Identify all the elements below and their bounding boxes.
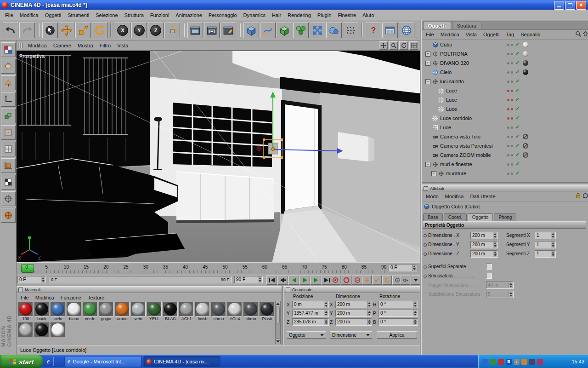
material-100[interactable]: 100 <box>18 302 33 322</box>
attributes-title[interactable]: Attributi <box>422 185 588 191</box>
display-mode-button[interactable] <box>1 208 16 223</box>
lock-x-button[interactable]: X <box>115 23 130 38</box>
spinner[interactable] <box>551 242 555 248</box>
object-row-luce-corridoio-8[interactable]: +Luce corridoio✓ <box>422 114 588 123</box>
viewport-menu-grip[interactable] <box>18 43 23 48</box>
object-label[interactable]: Camera vista Toio <box>440 134 481 139</box>
spinner[interactable] <box>551 232 555 239</box>
visibility-editor-dot[interactable] <box>507 71 509 74</box>
scale-tool-button[interactable] <box>75 23 91 38</box>
spinner[interactable] <box>413 319 418 325</box>
home-icon[interactable] <box>582 31 588 37</box>
attr-tab-coord[interactable]: Coord. <box>444 213 467 221</box>
antivirus-icon[interactable] <box>498 359 504 365</box>
menu-selezione[interactable]: Selezione <box>92 12 121 19</box>
keyframe-selection-button[interactable] <box>401 276 410 285</box>
enabled-check[interactable]: ✓ <box>515 133 520 139</box>
attributes-menu-dati-utente[interactable]: Dati Utente <box>467 193 499 200</box>
spinner[interactable] <box>367 301 372 308</box>
fillet-checkbox[interactable] <box>486 273 492 279</box>
maximize-button[interactable] <box>565 1 575 10</box>
texture-mode-button[interactable] <box>1 175 16 190</box>
visibility-editor-dot[interactable] <box>507 90 509 92</box>
material-blac[interactable]: BLAC <box>163 302 178 322</box>
next-frame-button[interactable] <box>311 276 321 285</box>
object-row-muri-e-finestre-13[interactable]: -muri e finestre✓ <box>422 160 588 169</box>
texture-tag-icon[interactable] <box>523 42 528 47</box>
rotation-p-field[interactable]: 0 ° <box>379 310 418 317</box>
lock-icon[interactable] <box>575 193 581 199</box>
visibility-render-dot[interactable] <box>511 126 513 129</box>
object-label[interactable]: Luce <box>446 97 457 103</box>
attr-segments-x-field[interactable]: 1 <box>535 232 556 239</box>
visibility-editor-dot[interactable] <box>507 99 509 101</box>
object-label[interactable]: Cubo <box>440 42 452 47</box>
visibility-render-dot[interactable] <box>511 172 513 175</box>
dimension-x-field[interactable]: 200 m <box>335 301 372 308</box>
timeline-ruler[interactable]: 051015202530354045505560657075808590 0 F <box>17 262 420 274</box>
dimension-y-field[interactable]: 200 m <box>335 310 372 317</box>
dimension-z-field[interactable]: 200 m <box>335 318 372 326</box>
spinner[interactable] <box>367 319 372 325</box>
enabled-check[interactable]: ✓ <box>515 161 520 167</box>
expand-toggle[interactable]: + <box>425 61 430 66</box>
material-verde[interactable]: verde <box>83 302 97 322</box>
separate-surfaces-checkbox[interactable] <box>486 264 492 270</box>
enabled-check[interactable]: ✓ <box>515 41 520 47</box>
viewport-camera-label[interactable]: Prospettiva <box>19 53 45 59</box>
material-thumb-2-2[interactable] <box>51 322 65 342</box>
material-sphere[interactable] <box>163 302 178 316</box>
selection-filter-button[interactable] <box>1 191 16 206</box>
visibility-editor-dot[interactable] <box>507 126 509 129</box>
object-label[interactable]: Luce corridoio <box>440 115 472 121</box>
preview-range-slider[interactable]: 0 F 90 F <box>49 276 232 283</box>
materials-menu-modifica[interactable]: Modifica <box>32 294 57 301</box>
visibility-editor-dot[interactable] <box>507 145 509 147</box>
rotate-tool-button[interactable] <box>92 23 107 38</box>
render-view-button[interactable] <box>187 23 203 38</box>
visibility-editor-dot[interactable] <box>507 117 509 120</box>
material-finish[interactable]: finish <box>195 302 210 322</box>
scroll-up-arrow[interactable] <box>276 301 280 306</box>
visibility-render-dot[interactable] <box>511 53 513 55</box>
spinner[interactable] <box>493 242 498 248</box>
keyframe-circle[interactable] <box>424 275 427 278</box>
bluetooth-icon[interactable]: B <box>506 359 512 365</box>
visibility-render-dot[interactable] <box>511 117 513 120</box>
visibility-editor-dot[interactable] <box>507 80 509 83</box>
add-spline-button[interactable] <box>260 23 276 38</box>
material-sphere[interactable] <box>243 302 258 316</box>
material-thumb-2-0[interactable] <box>18 322 33 342</box>
attributes-menu-modo[interactable]: Modo <box>423 193 442 200</box>
menu-dynamics[interactable]: Dynamics <box>240 12 269 19</box>
menu-strumenti[interactable]: Strumenti <box>64 12 92 19</box>
expand-toggle[interactable]: + <box>425 52 430 57</box>
close-button[interactable]: × <box>576 1 586 10</box>
material-sphere[interactable] <box>18 322 33 337</box>
material-sphere[interactable] <box>115 302 130 316</box>
enabled-check[interactable]: ✓ <box>515 60 520 66</box>
material-chron[interactable]: chron <box>243 302 258 322</box>
menu-modifica[interactable]: Modifica <box>17 12 42 19</box>
keyframe-circle[interactable] <box>424 253 427 256</box>
visibility-render-dot[interactable] <box>511 44 513 46</box>
visibility-editor-dot[interactable] <box>507 172 509 175</box>
spinner[interactable] <box>324 319 328 325</box>
properties-section-header[interactable]: Proprietà Oggetto <box>423 221 586 229</box>
object-label[interactable]: Luce <box>440 125 451 130</box>
messenger-icon[interactable] <box>521 359 527 365</box>
spinner[interactable] <box>41 276 45 283</box>
menu-funzioni[interactable]: Funzioni <box>147 12 173 19</box>
materials-scrollbar[interactable] <box>275 301 281 344</box>
record-options-button[interactable] <box>352 276 362 285</box>
object-axis-mode-button[interactable] <box>1 92 16 107</box>
visibility-editor-dot[interactable] <box>507 44 509 46</box>
viewport-menu-camere[interactable]: Camere <box>50 42 74 49</box>
material-sphere[interactable] <box>179 302 194 316</box>
protection-tag-icon[interactable] <box>523 152 528 158</box>
material-cielo[interactable]: cielo <box>51 302 65 322</box>
taskbar-task-cinema4d[interactable]: CINEMA 4D - [casa mi... <box>143 356 220 367</box>
previous-key-button[interactable] <box>277 276 288 285</box>
object-row-luce-7[interactable]: +Luce✓ <box>422 104 588 114</box>
enabled-check[interactable]: ✓ <box>515 124 520 130</box>
